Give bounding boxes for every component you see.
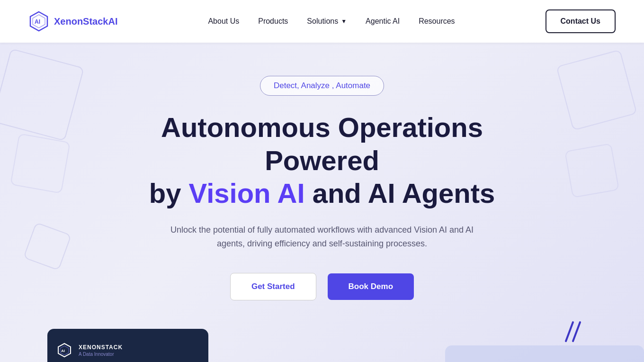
- nav-links: About Us Products Solutions ▼ Agentic AI…: [208, 17, 455, 26]
- preview-logo-icon: AI: [57, 343, 72, 358]
- svg-line-4: [573, 322, 580, 341]
- get-started-button[interactable]: Get Started: [230, 273, 316, 300]
- chevron-down-icon: ▼: [341, 18, 347, 25]
- hero-subtitle: Unlock the potential of fully automated …: [156, 223, 488, 251]
- logo-icon: AI: [28, 11, 49, 32]
- bg-decoration-5: [23, 222, 72, 271]
- nav-link-about[interactable]: About Us: [208, 17, 239, 25]
- logo-link[interactable]: AI XenonStackAI: [28, 11, 117, 32]
- nav-link-resources[interactable]: Resources: [419, 17, 455, 25]
- svg-line-3: [566, 322, 573, 341]
- navbar: AI XenonStackAI About Us Products Soluti…: [0, 0, 644, 43]
- preview-logo-text: XENONSTACK A Data Innovator: [79, 344, 123, 357]
- logo-text: XenonStackAI: [54, 16, 117, 27]
- nav-link-products[interactable]: Products: [258, 17, 288, 25]
- hero-content: Detect, Analyze , Automate Autonomous Op…: [109, 43, 535, 329]
- contact-us-button[interactable]: Contact Us: [546, 9, 616, 33]
- bg-decoration-2: [10, 133, 70, 193]
- hero-highlight: Vision AI: [189, 178, 305, 208]
- nav-item-agentic[interactable]: Agentic AI: [366, 17, 400, 26]
- hero-section: Detect, Analyze , Automate Autonomous Op…: [0, 43, 644, 362]
- hero-buttons: Get Started Book Demo: [230, 273, 414, 300]
- hero-title: Autonomous Operations Powered by Vision …: [109, 111, 535, 210]
- preview-bar-right: [445, 345, 644, 362]
- nav-item-solutions[interactable]: Solutions ▼: [307, 17, 347, 26]
- nav-item-resources[interactable]: Resources: [419, 17, 455, 26]
- detect-badge: Detect, Analyze , Automate: [260, 76, 384, 96]
- nav-link-agentic[interactable]: Agentic AI: [366, 17, 400, 25]
- preview-area: AI XENONSTACK A Data Innovator: [0, 329, 644, 362]
- book-demo-button[interactable]: Book Demo: [328, 273, 414, 300]
- nav-item-products[interactable]: Products: [258, 17, 288, 26]
- svg-text:AI: AI: [61, 349, 65, 353]
- nav-item-about[interactable]: About Us: [208, 17, 239, 26]
- preview-card: AI XENONSTACK A Data Innovator: [47, 329, 208, 362]
- slash-decoration: [559, 317, 587, 348]
- bg-decoration-4: [564, 143, 619, 198]
- bg-decoration-3: [556, 49, 637, 130]
- svg-text:AI: AI: [35, 18, 40, 25]
- bg-decoration-1: [0, 48, 84, 141]
- nav-link-solutions[interactable]: Solutions ▼: [307, 17, 347, 26]
